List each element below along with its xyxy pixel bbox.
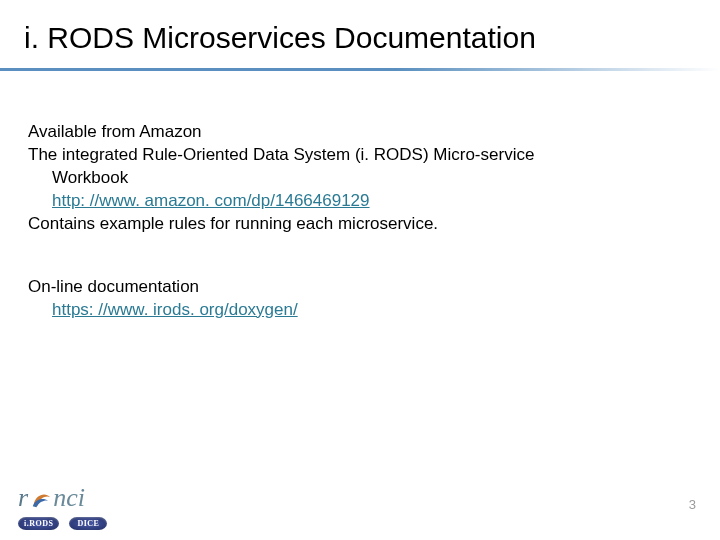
section2: On-line documentation https: //www. irod… [28,276,692,322]
irods-doxygen-link[interactable]: https: //www. irods. org/doxygen/ [52,299,692,322]
renci-logo-r: r [18,483,28,513]
content-body: Available from Amazon The integrated Rul… [0,71,720,322]
amazon-link[interactable]: http: //www. amazon. com/dp/1466469129 [52,190,692,213]
title-block: i. RODS Microservices Documentation [0,0,720,60]
section1-line3: Workbook [52,167,692,190]
page-number: 3 [689,497,696,512]
footer: r nci i.RODS DICE [18,483,107,530]
slide: i. RODS Microservices Documentation Avai… [0,0,720,540]
renci-swoosh-icon [30,487,52,509]
section1-line1: Available from Amazon [28,121,692,144]
renci-logo-nci: nci [53,483,85,513]
section2-line1: On-line documentation [28,276,692,299]
dice-badge: DICE [69,517,107,530]
section1-line2: The integrated Rule-Oriented Data System… [28,144,692,167]
renci-logo: r nci [18,483,85,513]
badge-row: i.RODS DICE [18,517,107,530]
slide-title: i. RODS Microservices Documentation [24,20,696,56]
section1-line4: Contains example rules for running each … [28,213,692,236]
irods-badge: i.RODS [18,517,59,530]
